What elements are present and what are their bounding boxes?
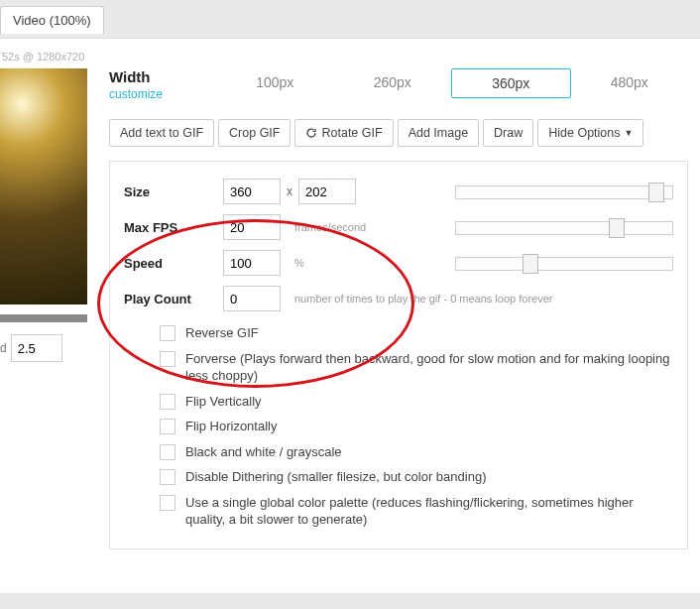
fps-label: Max FPS <box>124 220 223 235</box>
options-box: Size x Max FPS frames/second <box>109 161 688 549</box>
palette-checkbox[interactable] <box>160 495 175 511</box>
rotate-icon <box>305 127 317 139</box>
speed-label: Speed <box>124 256 223 271</box>
crop-button[interactable]: Crop GIF <box>218 119 291 147</box>
speed-input[interactable] <box>223 250 281 276</box>
speed-hint: % <box>281 257 304 269</box>
flipv-checkbox[interactable] <box>160 394 175 410</box>
tab-video[interactable]: Video (100%) <box>0 6 104 34</box>
video-meta: 52s @ 1280x720 <box>0 49 688 68</box>
flipv-label: Flip Vertically <box>185 393 673 411</box>
bw-checkbox[interactable] <box>160 444 175 460</box>
add-image-button[interactable]: Add Image <box>398 119 479 147</box>
width-option-480[interactable]: 480px <box>571 68 689 98</box>
add-text-button[interactable]: Add text to GIF <box>109 119 214 147</box>
size-slider[interactable] <box>455 183 673 200</box>
width-option-260[interactable]: 260px <box>334 68 452 98</box>
fps-hint: frames/second <box>281 221 366 233</box>
reverse-label: Reverse GIF <box>185 324 673 342</box>
speed-slider[interactable] <box>455 254 673 272</box>
progress-bar[interactable] <box>0 314 87 322</box>
customize-link[interactable]: customize <box>109 87 216 101</box>
fliph-label: Flip Horizontally <box>185 418 673 435</box>
dither-label: Disable Dithering (smaller filesize, but… <box>185 468 673 486</box>
forverse-label: Forverse (Plays forward then backward, g… <box>185 350 673 385</box>
fps-slider[interactable] <box>455 218 673 236</box>
video-preview[interactable] <box>0 68 87 304</box>
editor-panel: 52s @ 1280x720 d Width customize 100px 2… <box>0 38 700 593</box>
hide-options-button[interactable]: Hide Options ▼ <box>537 119 643 147</box>
width-option-100[interactable]: 100px <box>216 68 334 98</box>
hide-options-label: Hide Options <box>548 126 620 140</box>
bw-label: Black and white / grayscale <box>185 443 673 461</box>
rotate-label: Rotate GIF <box>321 126 382 140</box>
playcount-hint: number of times to play the gif - 0 mean… <box>281 293 552 304</box>
fps-input[interactable] <box>223 214 281 240</box>
chevron-down-icon: ▼ <box>625 128 634 138</box>
rotate-button[interactable]: Rotate GIF <box>294 119 393 147</box>
forverse-checkbox[interactable] <box>160 351 175 367</box>
playcount-input[interactable] <box>223 286 281 311</box>
reverse-checkbox[interactable] <box>160 325 175 341</box>
dither-checkbox[interactable] <box>160 469 175 485</box>
playcount-label: Play Count <box>124 292 223 306</box>
width-label: Width <box>109 68 151 85</box>
fliph-checkbox[interactable] <box>160 419 175 434</box>
width-option-360[interactable]: 360px <box>451 68 571 98</box>
seek-prefix: d <box>0 341 7 355</box>
size-x: x <box>281 184 298 198</box>
seek-input[interactable] <box>11 334 62 362</box>
size-label: Size <box>124 184 223 199</box>
size-height-input[interactable] <box>298 179 356 204</box>
size-width-input[interactable] <box>223 179 281 204</box>
draw-button[interactable]: Draw <box>483 119 533 147</box>
palette-label: Use a single global color palette (reduc… <box>185 494 673 529</box>
